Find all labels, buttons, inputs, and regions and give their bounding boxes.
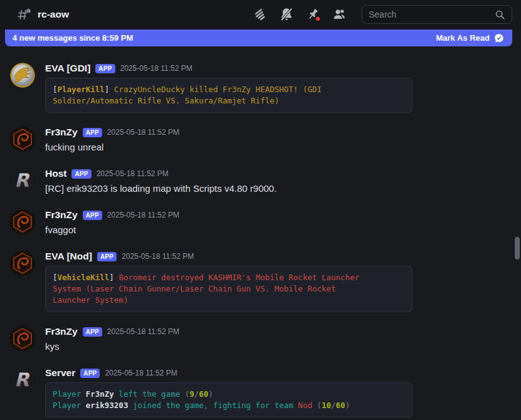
ansi-segment: System (Laser Chain Gunner/Laser Chain G… (53, 284, 336, 293)
renegade-r-avatar[interactable]: R R (10, 168, 35, 193)
timestamp: 2025-05-18 11:52 PM (107, 327, 179, 336)
message-meta: ServerAPP2025-05-18 11:52 PM (45, 366, 513, 380)
mark-as-read-button[interactable]: Mark As Read (436, 33, 505, 44)
ansi-segment: CrazyUncleDucky killed Fr3nZy HEADSHOT! … (109, 85, 322, 94)
ansi-segment: VehicleKill (58, 273, 110, 282)
ansi-segment: ) (208, 389, 213, 399)
ansi-segment: Launcher System) (53, 295, 128, 305)
channel-header: rc-aow (0, 0, 521, 29)
ansi-segment: PlayerKill (58, 85, 105, 94)
app-badge: APP (97, 252, 117, 261)
author-name[interactable]: Fr3nZy (45, 326, 78, 337)
author-name[interactable]: Server (45, 367, 75, 379)
search-bar[interactable] (362, 5, 512, 24)
chat-check-icon (493, 33, 505, 44)
message-text: fvaggot (45, 223, 513, 237)
gdi-eagle-avatar[interactable] (10, 63, 35, 88)
ansi-segment: ] (109, 273, 114, 282)
author-name[interactable]: Fr3nZy (45, 209, 78, 221)
ansi-segment: [ (53, 85, 58, 94)
ansi-segment: ( (317, 401, 322, 410)
timestamp: 2025-05-18 11:52 PM (97, 169, 169, 178)
app-badge: APP (83, 327, 102, 337)
message-meta: Fr3nZyAPP2025-05-18 11:52 PM (45, 125, 513, 139)
ansi-segment: erik93203 (86, 401, 129, 410)
ansi-segment: 60 (199, 389, 208, 399)
search-input[interactable] (369, 9, 495, 19)
message-text: kys (45, 340, 513, 354)
ansi-segment: 10 (322, 401, 331, 410)
app-badge: APP (80, 369, 100, 378)
ansi-code-block: [VehicleKill] Boromeir destroyed KASHMIR… (45, 266, 413, 312)
svg-text:R: R (14, 369, 30, 391)
ansi-segment: / (331, 401, 336, 410)
notifications-muted-icon[interactable] (279, 7, 294, 22)
threads-icon[interactable] (253, 7, 268, 22)
app-badge: APP (83, 211, 102, 220)
nod-scorpion-avatar[interactable] (10, 209, 35, 234)
mark-as-read-label: Mark As Read (436, 33, 490, 43)
pinned-messages-icon[interactable] (305, 7, 320, 22)
search-icon (495, 9, 505, 20)
message-text: fucking unreal (45, 140, 513, 154)
timestamp: 2025-05-18 11:52 PM (120, 64, 192, 73)
app-badge: APP (71, 169, 91, 179)
nod-scorpion-avatar[interactable] (10, 326, 35, 351)
message: Fr3nZyAPP2025-05-18 11:52 PMkys (0, 325, 513, 354)
ansi-code-block: [PlayerKill] CrazyUncleDucky killed Fr3n… (45, 78, 413, 113)
author-name[interactable]: Fr3nZy (45, 127, 78, 138)
author-name[interactable]: EVA [Nod] (45, 251, 92, 262)
svg-text:R: R (14, 169, 30, 191)
message-meta: Fr3nZyAPP2025-05-18 11:52 PM (45, 208, 513, 222)
ansi-segment: 9 (189, 389, 194, 399)
unread-banner-text: 4 new messages since 8:59 PM (13, 33, 133, 43)
message: Fr3nZyAPP2025-05-18 11:52 PMfvaggot (0, 208, 513, 237)
ansi-segment: Fr3nZy (86, 389, 114, 399)
timestamp: 2025-05-18 11:52 PM (107, 211, 179, 219)
ansi-segment: Player (53, 389, 86, 399)
message-meta: Fr3nZyAPP2025-05-18 11:52 PM (45, 325, 513, 339)
nod-scorpion-avatar[interactable] (10, 127, 35, 152)
app-badge: APP (83, 128, 102, 137)
message-meta: EVA [GDI]APP2025-05-18 11:52 PM (45, 61, 513, 75)
renegade-r-avatar[interactable]: R R (10, 367, 35, 392)
ansi-segment: Nod (298, 401, 312, 410)
ansi-segment: Player (53, 401, 86, 410)
ansi-segment: 60 (336, 401, 345, 410)
ansi-segment: Soldier/Automatic Rifle VS. Sakura/Ramje… (53, 96, 279, 105)
scrollbar-thumb[interactable] (515, 237, 520, 260)
message: R R HostAPP2025-05-18 11:52 PM[RC] erik9… (0, 167, 513, 196)
message-meta: EVA [Nod]APP2025-05-18 11:52 PM (45, 249, 513, 263)
message: EVA [GDI]APP2025-05-18 11:52 PM[PlayerKi… (0, 61, 513, 113)
message-list: EVA [GDI]APP2025-05-18 11:52 PM[PlayerKi… (0, 29, 513, 420)
message-meta: HostAPP2025-05-18 11:52 PM (45, 167, 513, 181)
ansi-segment: left the game (114, 389, 185, 399)
timestamp: 2025-05-18 11:52 PM (105, 369, 177, 377)
message: Fr3nZyAPP2025-05-18 11:52 PMfucking unre… (0, 125, 513, 154)
channel-name: rc-aow (38, 9, 69, 20)
app-badge: APP (95, 64, 115, 73)
timestamp: 2025-05-18 11:52 PM (122, 252, 194, 261)
pin-unread-dot (315, 16, 321, 22)
unread-banner[interactable]: 4 new messages since 8:59 PM Mark As Rea… (5, 29, 512, 46)
message: EVA [Nod]APP2025-05-18 11:52 PM[VehicleK… (0, 249, 513, 312)
ansi-segment: Boromeir destroyed KASHMIR's Mobile Rock… (114, 273, 359, 282)
ansi-segment: joined the game, fighting for team (128, 401, 298, 410)
nod-scorpion-avatar[interactable] (10, 251, 35, 276)
ansi-segment: [ (53, 273, 58, 282)
timestamp: 2025-05-18 11:52 PM (107, 128, 179, 137)
member-list-icon[interactable] (332, 7, 347, 22)
message: R R ServerAPP2025-05-18 11:52 PMPlayer F… (0, 366, 513, 417)
ansi-segment: ) (345, 401, 350, 410)
ansi-code-block: Player Fr3nZy left the game (9/60) Playe… (45, 382, 413, 417)
message-text: [RC] erik93203 is loading map with Scrip… (45, 182, 513, 196)
author-name[interactable]: EVA [GDI] (45, 63, 90, 74)
hash-lock-icon (18, 8, 31, 21)
author-name[interactable]: Host (45, 168, 66, 179)
